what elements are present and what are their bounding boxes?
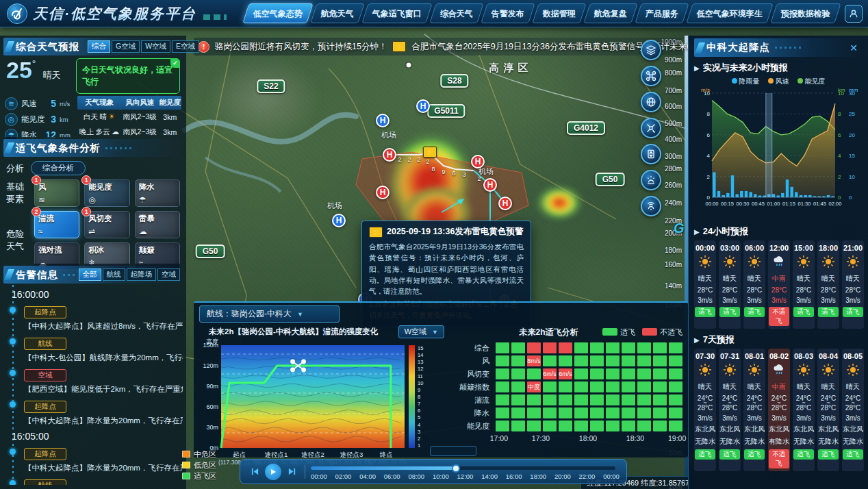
close-icon[interactable]: ✕ [847, 42, 860, 53]
nav-tab-数据管理[interactable]: 数据管理 [532, 3, 586, 23]
alert-tab-航线[interactable]: 航线 [103, 268, 125, 281]
suitability-cell[interactable] [559, 421, 572, 431]
factor-tile-能见度[interactable]: 能见度◎1 [84, 179, 129, 207]
nav-tab-综合天气[interactable]: 综合天气 [429, 3, 483, 23]
suitability-cell[interactable] [653, 394, 667, 405]
suitability-cell[interactable]: 6m/s [543, 368, 557, 379]
suitability-cell[interactable] [606, 342, 620, 353]
suitability-cell[interactable] [606, 408, 620, 418]
suitability-cell[interactable] [637, 355, 651, 366]
forecast-tab-W空域[interactable]: W空域 [141, 40, 170, 53]
factor-tile-风切变[interactable]: 风切变⇌1 [84, 211, 129, 238]
suitability-cell[interactable] [590, 394, 604, 405]
suitability-cell[interactable] [496, 381, 509, 392]
forecast-tab-综合[interactable]: 综合 [88, 40, 110, 53]
suitability-cell[interactable] [496, 408, 509, 418]
time-slider[interactable]: 00:0002:0004:0006:0008:0010:0012:0014:00… [311, 460, 620, 484]
suitability-cell[interactable] [669, 394, 682, 405]
daily-card-08-02[interactable]: 08-02中雨24°C~28°C3m/s东北风有降水不适飞 [768, 349, 790, 471]
globe-icon[interactable] [641, 92, 661, 112]
suitability-cell[interactable] [669, 368, 682, 379]
alert-list-item[interactable]: 航线【中科大-包公园】航线降水量为20mm，飞行存在严重… [24, 336, 183, 363]
suitability-cell[interactable] [669, 381, 682, 392]
satellite-icon[interactable] [641, 118, 661, 138]
suitability-cell[interactable] [511, 408, 525, 418]
helipad-marker-red[interactable]: H [498, 197, 512, 210]
suitability-cell[interactable] [606, 421, 620, 431]
route-select-dropdown[interactable]: 航线：骆岗公园-中科大▼ [199, 305, 340, 323]
helipad-marker-red[interactable]: H [483, 178, 497, 192]
nav-tab-航危复盘[interactable]: 航危复盘 [583, 3, 637, 23]
nav-tab-气象适飞窗口[interactable]: 气象适飞窗口 [361, 3, 432, 23]
suitability-cell[interactable] [606, 381, 620, 392]
suitability-cell[interactable] [622, 368, 635, 379]
suitability-cell[interactable] [543, 394, 557, 405]
suitability-cell[interactable] [590, 342, 604, 353]
suitability-cell[interactable] [590, 381, 604, 392]
forecast-tab-E空域[interactable]: E空域 [172, 40, 199, 53]
suitability-cell[interactable] [527, 394, 541, 405]
nav-tab-低空气象环境孪生[interactable]: 低空气象环境孪生 [686, 3, 773, 23]
suitability-cell[interactable] [637, 381, 651, 392]
alert-list-item[interactable]: 起降点【中科大起降点】降水量为20mm，飞行存在严重危险 [24, 447, 183, 473]
elevator-icon[interactable] [641, 144, 661, 164]
suitability-cell[interactable] [606, 368, 620, 379]
suitability-cell[interactable] [574, 355, 588, 366]
suitability-cell[interactable] [622, 381, 635, 392]
suitability-cell[interactable] [543, 342, 557, 353]
suitability-cell[interactable] [496, 368, 509, 379]
suitability-cell[interactable] [574, 368, 588, 379]
alert-tab-全部[interactable]: 全部 [79, 268, 101, 281]
suitability-cell[interactable] [622, 355, 635, 366]
daily-card-08-05[interactable]: 08-05晴天24°C~28°C3m/s东北风无降水适飞 [842, 349, 864, 471]
nav-tab-产品服务[interactable]: 产品服务 [635, 3, 689, 23]
factor-tile-湍流[interactable]: 湍流≈2 [34, 211, 79, 238]
hourly-card-03:00[interactable]: 03:00晴天28°C3m/s适飞 [719, 240, 741, 329]
suitability-cell[interactable] [574, 394, 588, 405]
factor-tile-风[interactable]: 风≋1 [34, 179, 79, 207]
suitability-cell[interactable] [590, 408, 604, 418]
nav-tab-航危天气[interactable]: 航危天气 [310, 3, 364, 23]
daily-card-08-01[interactable]: 08-01晴天24°C~28°C3m/s东北风无降水适飞 [743, 349, 765, 471]
user-profile-button[interactable] [845, 5, 863, 23]
suitability-cell[interactable] [653, 381, 667, 392]
comprehensive-analysis-button[interactable]: 综合分析 [31, 161, 86, 175]
suitability-cell[interactable] [669, 342, 682, 353]
nav-tab-预报数据检验[interactable]: 预报数据检验 [770, 3, 841, 23]
suitability-cell[interactable] [669, 355, 682, 366]
siren-icon[interactable] [641, 170, 661, 190]
lightning-warning-icon[interactable]: ⚡ [423, 147, 437, 158]
hourly-card-12:00[interactable]: 12:00中雨28°C3m/s不适飞 [768, 240, 790, 329]
suitability-cell[interactable] [574, 342, 588, 353]
suitability-cell[interactable] [511, 381, 525, 392]
suitability-cell[interactable]: 8m/s [527, 355, 541, 366]
suitability-cell[interactable] [637, 368, 651, 379]
suitability-cell[interactable] [527, 368, 541, 379]
suitability-cell[interactable] [543, 408, 557, 418]
suitability-cell[interactable] [527, 342, 541, 353]
radar-icon[interactable] [641, 196, 661, 216]
suitability-cell[interactable] [653, 342, 667, 353]
suitability-cell[interactable] [637, 421, 651, 431]
suitability-cell[interactable]: 6m/s [559, 368, 572, 379]
suitability-cell[interactable] [511, 394, 525, 405]
suitability-cell[interactable] [559, 394, 572, 405]
suitability-cell[interactable] [559, 408, 572, 418]
previous-frame-button[interactable] [247, 464, 262, 479]
suitability-cell[interactable] [527, 408, 541, 418]
factor-tile-雷暴[interactable]: 雷暴☁ [135, 211, 180, 238]
suitability-cell[interactable] [637, 408, 651, 418]
hourly-card-15:00[interactable]: 15:00晴天28°C3m/s适飞 [793, 240, 815, 329]
daily-card-08-03[interactable]: 08-03晴天24°C~28°C3m/s东北风无降水适飞 [793, 349, 815, 471]
suitability-cell[interactable] [637, 394, 651, 405]
forecast-tab-G空域[interactable]: G空域 [112, 40, 140, 53]
next-frame-button[interactable] [284, 464, 299, 479]
factor-tile-降水[interactable]: 降水☂ [135, 179, 180, 207]
suitability-cell[interactable] [590, 368, 604, 379]
suitability-cell[interactable]: 中度 [527, 381, 541, 392]
suitability-cell[interactable] [496, 421, 509, 431]
drone-icon[interactable] [641, 66, 661, 86]
suitability-cell[interactable] [622, 394, 635, 405]
suitability-cell[interactable] [653, 368, 667, 379]
suitability-cell[interactable] [622, 342, 635, 353]
